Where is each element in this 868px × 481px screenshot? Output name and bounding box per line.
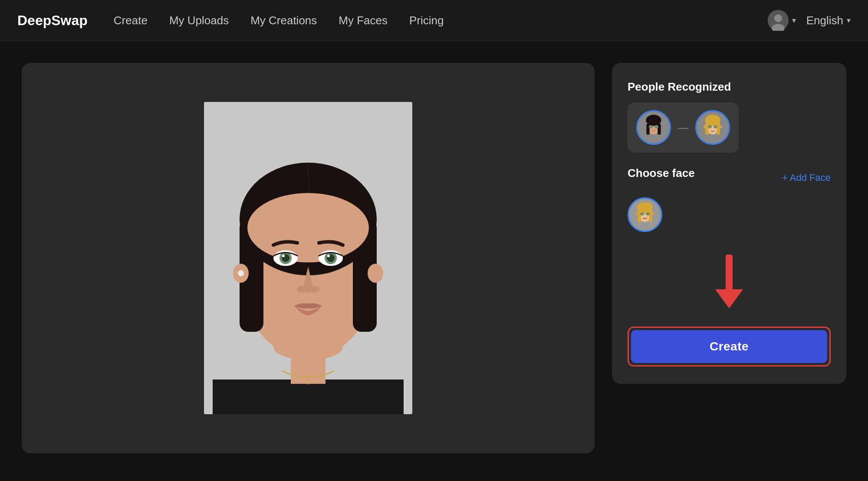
nav-pricing[interactable]: Pricing — [409, 10, 444, 31]
arrow-head — [715, 289, 743, 308]
svg-point-33 — [654, 125, 658, 128]
svg-point-19 — [282, 255, 285, 257]
choose-face-header: Choose face + Add Face — [628, 167, 831, 189]
avatar-chevron-icon: ▾ — [792, 16, 796, 25]
recognized-faces-row: — — [628, 102, 739, 153]
language-selector[interactable]: English ▾ — [806, 14, 851, 27]
choose-face-section: Choose face + Add Face — [628, 167, 831, 232]
main-content: People Recognized — — [0, 41, 868, 481]
svg-point-50 — [636, 212, 639, 215]
avatar-icon — [768, 10, 789, 31]
svg-point-21 — [297, 286, 307, 293]
svg-point-51 — [651, 212, 654, 215]
nav-my-faces[interactable]: My Faces — [339, 10, 388, 31]
svg-point-7 — [307, 382, 309, 384]
svg-point-12 — [247, 193, 369, 262]
nav-my-uploads[interactable]: My Uploads — [169, 10, 229, 31]
header-right: ▾ English ▾ — [768, 10, 851, 31]
svg-point-39 — [708, 125, 712, 128]
svg-rect-38 — [717, 124, 720, 135]
language-chevron-icon: ▾ — [847, 16, 851, 25]
svg-point-41 — [704, 125, 707, 128]
svg-point-32 — [649, 125, 653, 128]
svg-rect-47 — [649, 210, 652, 223]
svg-point-25 — [238, 270, 244, 276]
arrow-indicator — [628, 246, 831, 313]
add-face-button[interactable]: + Add Face — [782, 172, 831, 183]
svg-point-24 — [368, 264, 383, 283]
faces-separator: — — [678, 121, 688, 134]
svg-rect-5 — [213, 380, 404, 414]
portrait-image — [204, 102, 412, 414]
chosen-face-thumbnail[interactable] — [628, 197, 662, 232]
avatar-button[interactable]: ▾ — [768, 10, 796, 31]
people-recognized-section: People Recognized — — [628, 80, 831, 153]
right-panel: People Recognized — — [612, 63, 846, 384]
svg-point-42 — [719, 125, 722, 128]
header: DeepSwap Create My Uploads My Creations … — [0, 0, 868, 41]
svg-rect-30 — [646, 124, 649, 135]
svg-point-1 — [774, 14, 782, 22]
upload-preview-panel — [22, 63, 595, 453]
nav: Create My Uploads My Creations My Faces … — [114, 10, 768, 31]
svg-rect-37 — [705, 124, 708, 135]
nav-create[interactable]: Create — [114, 10, 148, 31]
choose-face-title: Choose face — [628, 167, 695, 180]
create-button[interactable]: Create — [631, 330, 827, 363]
language-label: English — [806, 14, 843, 27]
create-button-wrapper: Create — [628, 327, 831, 366]
svg-point-20 — [327, 255, 330, 257]
svg-point-26 — [273, 334, 343, 360]
portrait-svg — [204, 102, 412, 414]
svg-point-48 — [640, 212, 644, 215]
recognized-face-1[interactable] — [636, 110, 671, 145]
svg-point-22 — [309, 286, 319, 293]
nav-my-creations[interactable]: My Creations — [250, 10, 317, 31]
recognized-face-2[interactable] — [695, 110, 730, 145]
people-recognized-title: People Recognized — [628, 80, 831, 94]
svg-point-49 — [646, 212, 650, 215]
svg-point-40 — [713, 125, 717, 128]
logo: DeepSwap — [17, 13, 88, 29]
svg-rect-46 — [638, 210, 641, 223]
down-arrow-icon — [715, 255, 743, 308]
svg-rect-31 — [658, 124, 661, 135]
arrow-shaft — [726, 255, 733, 289]
